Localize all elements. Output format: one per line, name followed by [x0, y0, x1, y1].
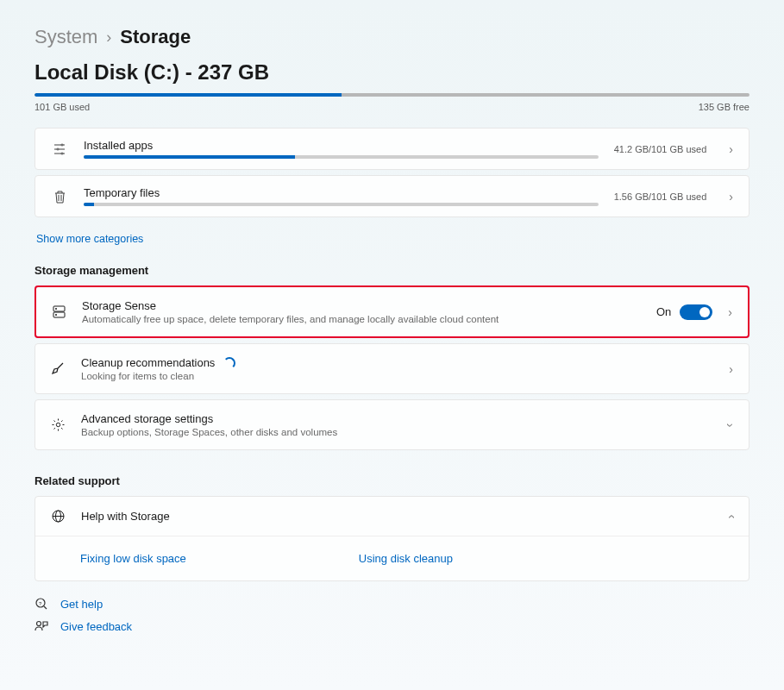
- show-more-categories-link[interactable]: Show more categories: [36, 233, 143, 245]
- advanced-subtitle: Backup options, Storage Spaces, other di…: [81, 427, 713, 437]
- breadcrumb-system[interactable]: System: [34, 26, 97, 48]
- chevron-up-icon: ›: [724, 514, 738, 518]
- svg-point-20: [37, 622, 41, 626]
- loading-spinner-icon: [223, 357, 235, 369]
- disk-title: Local Disk (C:) - 237 GB: [34, 60, 750, 85]
- toggle-state-label: On: [656, 305, 671, 318]
- svg-point-13: [56, 423, 60, 426]
- gear-icon: [51, 417, 66, 432]
- svg-point-5: [57, 148, 59, 150]
- category-usage: 1.56 GB/101 GB used: [614, 191, 707, 202]
- get-help-link[interactable]: Get help: [60, 598, 103, 611]
- help-storage-title: Help with Storage: [81, 510, 713, 523]
- breadcrumb-storage: Storage: [120, 26, 191, 48]
- chevron-right-icon: ›: [729, 190, 733, 204]
- disk-usage-bar: [34, 93, 750, 97]
- advanced-title: Advanced storage settings: [81, 412, 713, 425]
- svg-line-18: [44, 606, 47, 609]
- help-with-storage-card: Help with Storage › Fixing low disk spac…: [34, 496, 750, 581]
- give-feedback-link[interactable]: Give feedback: [60, 620, 132, 633]
- cleanup-recommendations-row[interactable]: Cleanup recommendations Looking for item…: [34, 343, 750, 394]
- chevron-right-icon: ›: [729, 142, 733, 156]
- category-temporary-files[interactable]: Temporary files 1.56 GB/101 GB used ›: [34, 175, 750, 217]
- category-title: Temporary files: [84, 186, 599, 199]
- chevron-down-icon: ›: [724, 423, 738, 427]
- broom-icon: [51, 361, 66, 376]
- storage-sense-title: Storage Sense: [82, 299, 641, 312]
- svg-point-8: [61, 153, 63, 154]
- help-icon: ?: [34, 597, 48, 611]
- advanced-storage-row[interactable]: Advanced storage settings Backup options…: [34, 399, 750, 450]
- link-fixing-low-disk-space[interactable]: Fixing low disk space: [80, 552, 186, 565]
- category-usage: 41.2 GB/101 GB used: [614, 144, 707, 154]
- help-with-storage-header[interactable]: Help with Storage ›: [35, 497, 749, 536]
- cleanup-subtitle: Looking for items to clean: [81, 371, 713, 381]
- cleanup-title: Cleanup recommendations: [81, 356, 215, 369]
- category-installed-apps[interactable]: Installed apps 41.2 GB/101 GB used ›: [34, 128, 750, 170]
- svg-point-11: [55, 308, 56, 309]
- disk-used-label: 101 GB used: [34, 102, 90, 112]
- svg-point-2: [61, 144, 63, 146]
- storage-sense-subtitle: Automatically free up space, delete temp…: [82, 314, 641, 324]
- category-bar: [84, 203, 599, 206]
- storage-sense-icon: [52, 304, 66, 319]
- section-related-support: Related support: [34, 474, 750, 487]
- section-storage-management: Storage management: [34, 264, 750, 277]
- feedback-icon: [34, 619, 48, 633]
- storage-sense-toggle[interactable]: [680, 304, 712, 320]
- breadcrumb: System › Storage: [34, 26, 750, 48]
- category-title: Installed apps: [84, 139, 599, 152]
- category-bar: [84, 155, 599, 159]
- chevron-right-icon: ›: [728, 305, 732, 319]
- globe-icon: [51, 509, 66, 524]
- chevron-right-icon: ›: [729, 362, 733, 376]
- svg-text:?: ?: [39, 601, 42, 606]
- storage-sense-row[interactable]: Storage Sense Automatically free up spac…: [34, 285, 750, 338]
- disk-usage-fill: [34, 93, 342, 97]
- apps-icon: [51, 142, 68, 156]
- link-using-disk-cleanup[interactable]: Using disk cleanup: [359, 552, 453, 565]
- breadcrumb-separator: ›: [106, 28, 111, 47]
- svg-point-12: [55, 314, 56, 315]
- trash-icon: [51, 190, 68, 204]
- disk-free-label: 135 GB free: [699, 102, 750, 112]
